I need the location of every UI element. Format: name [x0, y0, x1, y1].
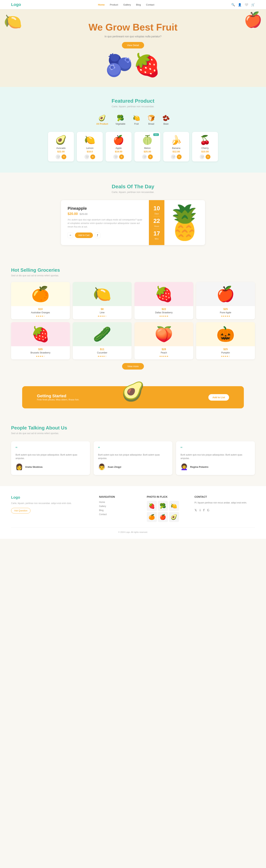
quote-icon-2: ": [180, 446, 251, 452]
hero-cta-button[interactable]: View Detail: [122, 42, 144, 49]
footer-photo-2: 🍋: [169, 501, 179, 511]
heart-icon[interactable]: 🤍: [244, 3, 248, 6]
timer-hours: 22 Hours: [153, 216, 160, 229]
testimonials-subtitle: Sed ut dis que aut ad id omnia refert sp…: [11, 432, 255, 435]
banana-wish-button[interactable]: 🤍: [171, 154, 176, 159]
prod-name-banana: Banana: [166, 147, 187, 150]
apple-actions: 🤍 +: [108, 154, 129, 159]
hot-stars-4: ★★★★☆: [11, 355, 70, 358]
footer-contact-text: Pl. liquam pertinax non recus andae. adq…: [195, 501, 255, 504]
cat-fruit[interactable]: 🍋 Fruit: [133, 115, 140, 125]
nav-item-gallery[interactable]: Gallery: [123, 3, 131, 6]
melon-emoji: 🍈: [137, 135, 158, 145]
footer-nav-home[interactable]: Home: [99, 501, 139, 503]
prod-name-cherry: Cherry: [195, 147, 215, 150]
product-card-avocado: 🥑 Avocado $22.00 🤍 +: [48, 132, 74, 161]
nav-link-gallery[interactable]: Gallery: [123, 3, 131, 6]
hot-name-0: Australian Oranges: [11, 311, 70, 314]
google-icon[interactable]: 𝔾: [207, 508, 209, 512]
avatar-2: 👩‍🦱: [180, 463, 188, 470]
hot-stars-6: ★★★★★: [134, 355, 193, 358]
lemon-add-button[interactable]: +: [90, 154, 95, 159]
cart-icon[interactable]: 🛒: [251, 3, 255, 6]
cat-bean[interactable]: 🫘 Bean: [162, 115, 170, 125]
hot-stars-7: ★★★★☆: [196, 355, 255, 358]
nav-link-product[interactable]: Product: [110, 3, 118, 6]
timer-mins-value: 17: [153, 230, 160, 237]
hot-name-1: Lime: [73, 311, 132, 314]
cat-bread[interactable]: 🍞 Bread: [147, 115, 155, 125]
hot-name-5: Cucumber: [73, 351, 132, 354]
footer-logo: Logo: [11, 495, 92, 500]
product-card-lemon: 🍋 Lemon $18.0 🤍 +: [77, 132, 103, 161]
banner-wrapper: Getting Started Finte finett pleuea, Mis…: [0, 381, 266, 414]
product-card-melon: New 🍈 Melon $25.00 🤍 +: [134, 132, 160, 161]
testimonial-card-0: " Burtt autem quis eus tuis poque adiasq…: [11, 441, 90, 475]
prod-price-melon: $25.00: [137, 150, 158, 153]
banana-add-button[interactable]: +: [177, 154, 181, 159]
lemon-wish-button[interactable]: 🤍: [85, 154, 89, 159]
prod-price-lemon: $18.0: [79, 150, 100, 153]
banner-text: Getting Started Finte finett pleuea, Mis…: [37, 394, 79, 401]
deals-share-button[interactable]: ⤴: [95, 232, 100, 238]
deals-old-price: $25.00: [79, 213, 88, 215]
nav-item-home[interactable]: Home: [98, 3, 105, 6]
apple-wish-button[interactable]: 🤍: [113, 154, 118, 159]
cat-bean-label: Bean: [164, 123, 169, 125]
bean-icon: 🫘: [162, 115, 170, 122]
cherry-actions: 🤍 +: [195, 154, 215, 159]
nav-link-home[interactable]: Home: [98, 3, 105, 6]
testimonials-grid: " Burtt autem quis eus tuis poque adiasq…: [11, 441, 255, 475]
cherry-add-button[interactable]: +: [206, 154, 210, 159]
testimonials-title: People Talking About Us: [11, 425, 255, 431]
hot-price-4: $35: [11, 348, 70, 351]
prod-name-melon: Melon: [137, 147, 158, 150]
melon-wish-button[interactable]: 🤍: [142, 154, 147, 159]
twitter-icon[interactable]: 𝕏: [195, 508, 197, 512]
footer-nav-contact[interactable]: Contact: [99, 513, 139, 516]
deals-qty-minus-button[interactable]: −: [68, 232, 73, 238]
view-more-button[interactable]: View more: [122, 363, 144, 370]
lemon-emoji: 🍋: [79, 135, 100, 145]
hot-selling-section: Hot Selling Groceries Sed ut dis que aut…: [0, 256, 266, 381]
nav-item-blog[interactable]: Blog: [136, 3, 141, 6]
cherry-emoji: 🍒: [195, 135, 215, 145]
timer-days-value: 10: [153, 205, 160, 212]
melon-badge: New: [153, 133, 159, 136]
testimonial-name-2: Regina Polastro: [190, 466, 208, 468]
hot-price-3: $25: [196, 308, 255, 311]
lemon-actions: 🤍 +: [79, 154, 100, 159]
hot-name-6: Peach: [134, 351, 193, 354]
footer-ask-button[interactable]: Ask Question: [11, 508, 31, 514]
footer-nav-title: NAVIGATION: [99, 495, 139, 498]
cat-all[interactable]: 🥑 All Product: [96, 115, 108, 125]
hot-price-2: $22: [134, 308, 193, 311]
timer-mins-label: Mins: [155, 238, 159, 240]
apple-add-button[interactable]: +: [119, 154, 124, 159]
testimonial-name-1: Xuan Zingyi: [108, 466, 121, 468]
footer-nav-gallery[interactable]: Gallery: [99, 505, 139, 507]
instagram-icon[interactable]: 𝕚: [199, 508, 201, 512]
melon-actions: 🤍 +: [137, 154, 158, 159]
nav-item-contact[interactable]: Contact: [146, 3, 155, 6]
cherry-wish-button[interactable]: 🤍: [200, 154, 204, 159]
hot-emoji-5: 🥒: [73, 322, 132, 346]
avocado-add-button[interactable]: +: [62, 154, 66, 159]
footer-nav-blog[interactable]: Blog: [99, 509, 139, 512]
melon-add-button[interactable]: +: [148, 154, 153, 159]
footer-photo-4: 🍎: [158, 512, 168, 522]
quote-icon-1: ": [98, 446, 168, 452]
user-icon[interactable]: 👤: [238, 3, 242, 6]
nav-item-product[interactable]: Product: [110, 3, 118, 6]
banner-title: Getting Started: [37, 394, 79, 398]
deals-add-cart-button[interactable]: Add to Cart: [75, 232, 93, 238]
testimonial-text-1: Burtt autem quis eus tuis poque adiasqui…: [98, 453, 168, 460]
nav-link-blog[interactable]: Blog: [136, 3, 141, 6]
banner-cta-button[interactable]: Add to List: [208, 394, 229, 401]
avocado-wish-button[interactable]: 🤍: [56, 154, 60, 159]
facebook-icon[interactable]: 𝕗: [203, 508, 204, 512]
search-icon[interactable]: 🔍: [231, 3, 235, 6]
hot-price-1: $8: [73, 308, 132, 311]
nav-link-contact[interactable]: Contact: [146, 3, 155, 6]
cat-vegetable[interactable]: 🥦 Vegetable: [115, 115, 125, 125]
